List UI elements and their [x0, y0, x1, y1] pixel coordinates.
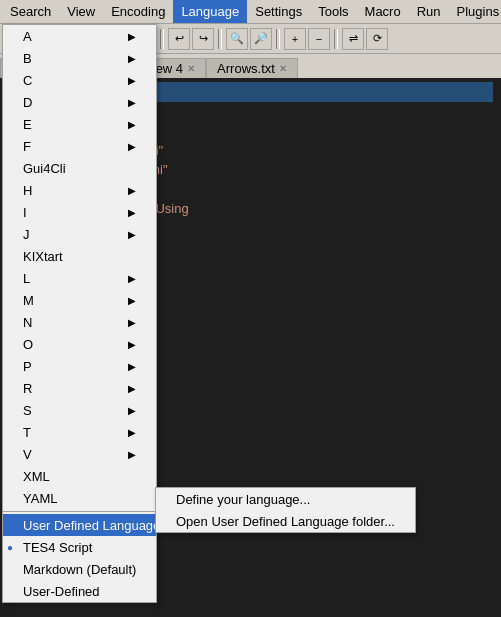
arrow-icon: ▶ [128, 339, 136, 350]
lang-e[interactable]: E▶ [3, 113, 156, 135]
arrow-icon: ▶ [128, 383, 136, 394]
lang-gui4cli[interactable]: Gui4Cli [3, 157, 156, 179]
lang-n[interactable]: N▶ [3, 311, 156, 333]
arrow-icon: ▶ [128, 141, 136, 152]
arrow-icon: ▶ [128, 31, 136, 42]
lang-a[interactable]: A▶ [3, 25, 156, 47]
arrow-icon: ▶ [128, 427, 136, 438]
arrow-icon: ▶ [128, 361, 136, 372]
arrow-icon: ▶ [170, 520, 178, 531]
arrow-icon: ▶ [128, 207, 136, 218]
lang-d[interactable]: D▶ [3, 91, 156, 113]
arrow-icon: ▶ [128, 449, 136, 460]
lang-m[interactable]: M▶ [3, 289, 156, 311]
menubar-search[interactable]: Search [2, 0, 59, 23]
lang-p[interactable]: P▶ [3, 355, 156, 377]
lang-f[interactable]: F▶ [3, 135, 156, 157]
radio-icon: ● [7, 542, 13, 553]
toolbar-btn-10[interactable]: 🔎 [250, 28, 272, 50]
lang-h[interactable]: H▶ [3, 179, 156, 201]
menubar-encoding[interactable]: Encoding [103, 0, 173, 23]
arrow-icon: ▶ [128, 53, 136, 64]
lang-s[interactable]: S▶ [3, 399, 156, 421]
toolbar-btn-7[interactable]: ↩ [168, 28, 190, 50]
lang-yaml[interactable]: YAML [3, 487, 156, 509]
arrow-icon: ▶ [128, 273, 136, 284]
tab-new4-close[interactable]: ✕ [187, 63, 195, 74]
menubar-settings[interactable]: Settings [247, 0, 310, 23]
language-menu: A▶ B▶ C▶ D▶ E▶ F▶ Gui4Cli H▶ I▶ J▶ KIXta [2, 24, 157, 603]
menubar-run[interactable]: Run [409, 0, 449, 23]
lang-v[interactable]: V▶ [3, 443, 156, 465]
lang-c[interactable]: C▶ [3, 69, 156, 91]
menubar-tools[interactable]: Tools [310, 0, 356, 23]
menubar-macro[interactable]: Macro [357, 0, 409, 23]
lang-l[interactable]: L▶ [3, 267, 156, 289]
menubar: Search View Encoding Language Settings T… [0, 0, 501, 24]
toolbar-sep-5 [334, 29, 338, 49]
toolbar-btn-8[interactable]: ↪ [192, 28, 214, 50]
toolbar-btn-9[interactable]: 🔍 [226, 28, 248, 50]
toolbar-btn-zoom-out[interactable]: − [308, 28, 330, 50]
lang-user-defined[interactable]: User-Defined [3, 580, 156, 602]
toolbar-sep-2 [160, 29, 164, 49]
toolbar-sep-4 [276, 29, 280, 49]
lang-markdown[interactable]: Markdown (Default) [3, 558, 156, 580]
lang-t[interactable]: T▶ [3, 421, 156, 443]
toolbar-btn-wrap[interactable]: ⇌ [342, 28, 364, 50]
menubar-plugins[interactable]: Plugins [449, 0, 501, 23]
arrow-icon: ▶ [128, 119, 136, 130]
arrow-icon: ▶ [128, 97, 136, 108]
lang-i[interactable]: I▶ [3, 201, 156, 223]
tab-arrows-close[interactable]: ✕ [279, 63, 287, 74]
menubar-view[interactable]: View [59, 0, 103, 23]
lang-sep [3, 511, 156, 512]
arrow-icon: ▶ [128, 405, 136, 416]
toolbar-btn-zoom-in[interactable]: + [284, 28, 306, 50]
arrow-icon: ▶ [128, 229, 136, 240]
arrow-icon: ▶ [128, 75, 136, 86]
arrow-icon: ▶ [128, 295, 136, 306]
lang-kixtart[interactable]: KIXtart [3, 245, 156, 267]
toolbar-sep-3 [218, 29, 222, 49]
lang-r[interactable]: R▶ [3, 377, 156, 399]
arrow-icon: ▶ [128, 185, 136, 196]
lang-xml[interactable]: XML [3, 465, 156, 487]
lang-b[interactable]: B▶ [3, 47, 156, 69]
lang-j[interactable]: J▶ [3, 223, 156, 245]
lang-tes4script[interactable]: ● TES4 Script [3, 536, 156, 558]
lang-udl[interactable]: User Defined Language▶ [3, 514, 156, 536]
lang-o[interactable]: O▶ [3, 333, 156, 355]
arrow-icon: ▶ [128, 317, 136, 328]
menubar-language[interactable]: Language [173, 0, 247, 23]
toolbar-btn-sync[interactable]: ⟳ [366, 28, 388, 50]
tab-arrows[interactable]: Arrows.txt ✕ [206, 58, 298, 78]
